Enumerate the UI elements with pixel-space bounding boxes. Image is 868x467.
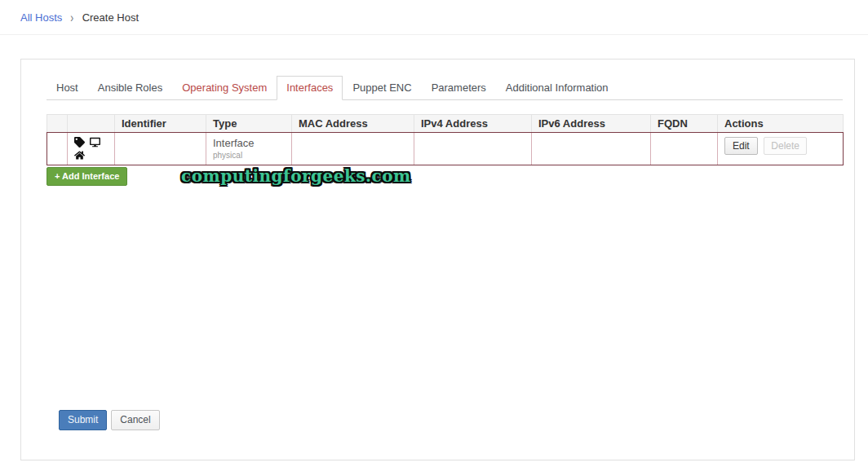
breadcrumb-chevron-icon: › — [71, 10, 74, 25]
create-host-panel: Host Ansible Roles Operating System Inte… — [20, 59, 855, 460]
col-header-flags — [68, 115, 115, 133]
desktop-icon — [90, 137, 100, 148]
cell-identifier — [115, 133, 206, 165]
tab-additional-information[interactable]: Additional Information — [496, 76, 618, 99]
interface-type-detail: physical — [213, 151, 285, 160]
form-actions: Submit Cancel — [59, 410, 160, 430]
tab-host[interactable]: Host — [46, 76, 88, 99]
delete-button: Delete — [764, 137, 807, 155]
tab-interfaces[interactable]: Interfaces — [277, 76, 343, 100]
cell-drag-handle — [47, 133, 68, 165]
cell-ipv4-address — [414, 133, 532, 165]
cell-actions: Edit Delete — [718, 133, 844, 165]
col-header-fqdn: FQDN — [651, 115, 718, 133]
cell-type: Interface physical — [206, 133, 292, 165]
cell-flags — [68, 133, 115, 165]
tab-operating-system[interactable]: Operating System — [172, 76, 277, 99]
cell-mac-address — [292, 133, 414, 165]
breadcrumb-current: Create Host — [82, 11, 139, 24]
col-header-drag — [47, 115, 68, 133]
breadcrumb: All Hosts › Create Host — [0, 0, 868, 35]
watermark: computingforgeeks.com — [181, 166, 411, 186]
home-icon — [74, 150, 85, 161]
add-interface-button[interactable]: + Add Interface — [46, 167, 127, 186]
cancel-button[interactable]: Cancel — [111, 410, 159, 430]
col-header-mac: MAC Address — [292, 115, 414, 133]
col-header-ipv4: IPv4 Address — [414, 115, 532, 133]
tab-ansible-roles[interactable]: Ansible Roles — [88, 76, 173, 99]
interfaces-table: Identifier Type MAC Address IPv4 Address… — [46, 114, 844, 165]
tab-parameters[interactable]: Parameters — [422, 76, 496, 99]
submit-button[interactable]: Submit — [59, 410, 107, 430]
cell-ipv6-address — [532, 133, 651, 165]
col-header-actions: Actions — [718, 115, 844, 133]
col-header-type: Type — [206, 115, 292, 133]
col-header-ipv6: IPv6 Address — [532, 115, 651, 133]
breadcrumb-all-hosts-link[interactable]: All Hosts — [20, 11, 62, 24]
cell-fqdn — [651, 133, 718, 165]
col-header-identifier: Identifier — [115, 115, 206, 133]
interface-type: Interface — [213, 137, 285, 149]
table-header-row: Identifier Type MAC Address IPv4 Address… — [47, 115, 844, 133]
tag-icon — [74, 137, 85, 148]
tab-bar: Host Ansible Roles Operating System Inte… — [46, 76, 843, 100]
interface-row: Interface physical Edit Delete — [47, 133, 844, 165]
edit-button[interactable]: Edit — [724, 137, 758, 155]
tab-puppet-enc[interactable]: Puppet ENC — [343, 76, 421, 99]
